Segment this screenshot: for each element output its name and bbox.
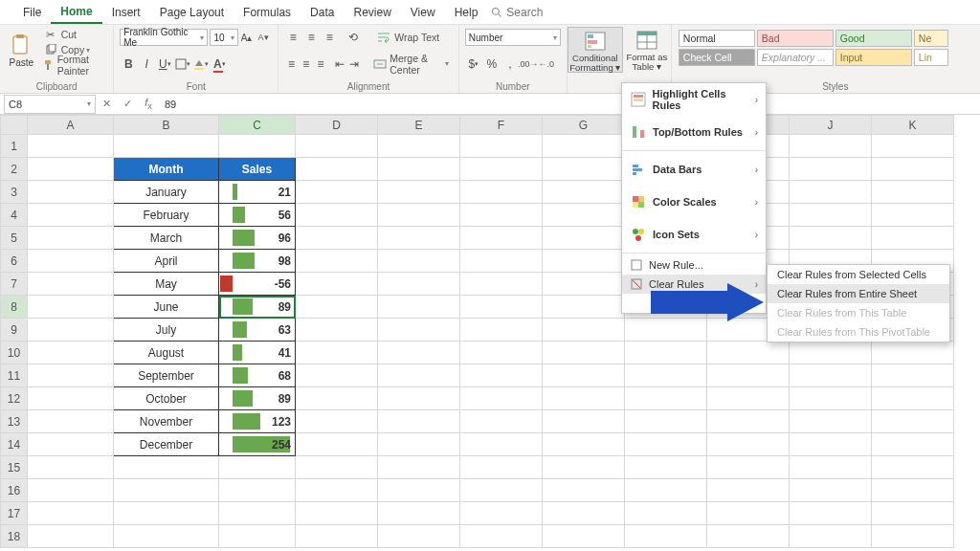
cell[interactable] — [707, 342, 790, 364]
cell[interactable] — [872, 135, 954, 158]
cell[interactable]: 68 — [219, 364, 296, 387]
cell[interactable] — [219, 479, 296, 502]
align-left-icon[interactable]: ≡ — [284, 55, 298, 73]
cell[interactable]: Sales — [219, 158, 296, 181]
clear-rules-selected-cells[interactable]: Clear Rules from Selected Cells — [768, 265, 949, 284]
cell[interactable] — [28, 364, 114, 387]
paste-button[interactable]: Paste — [6, 33, 37, 68]
cell[interactable] — [460, 273, 543, 296]
cell[interactable] — [790, 342, 872, 364]
cell[interactable] — [872, 387, 954, 410]
col-header[interactable]: J — [790, 116, 872, 135]
col-header[interactable]: D — [296, 116, 378, 135]
cell[interactable] — [378, 250, 460, 273]
row[interactable]: 2MonthSales — [1, 158, 954, 181]
align-center-icon[interactable]: ≡ — [300, 55, 313, 73]
name-box[interactable]: C8▾ — [4, 95, 96, 114]
cell[interactable] — [543, 250, 625, 273]
cell[interactable] — [460, 479, 543, 502]
col-header[interactable]: F — [460, 116, 543, 135]
cell[interactable] — [872, 181, 954, 204]
cell[interactable] — [625, 479, 707, 502]
row[interactable]: 14December254 — [1, 433, 954, 456]
row[interactable]: 10August41 — [1, 342, 954, 364]
style-check-cell[interactable]: Check Cell — [679, 49, 755, 66]
row[interactable]: 5March96 — [1, 227, 954, 250]
row[interactable]: 16 — [1, 479, 954, 502]
cell[interactable] — [378, 227, 460, 250]
cell[interactable] — [543, 479, 625, 502]
cell[interactable] — [28, 525, 114, 548]
cell[interactable] — [460, 525, 543, 548]
cell[interactable] — [114, 502, 219, 525]
align-middle-icon[interactable]: ≡ — [302, 29, 320, 46]
cell[interactable] — [378, 342, 460, 364]
cell[interactable] — [296, 456, 378, 479]
fx-icon[interactable]: fx — [138, 97, 159, 111]
cell[interactable] — [296, 502, 378, 525]
cell[interactable] — [707, 364, 790, 387]
cancel-formula-icon[interactable]: ✕ — [96, 98, 117, 110]
cell[interactable] — [872, 525, 954, 548]
cell[interactable] — [625, 433, 707, 456]
font-size-select[interactable]: 10▾ — [210, 29, 238, 46]
cell[interactable] — [296, 273, 378, 296]
cell[interactable] — [296, 433, 378, 456]
cell[interactable] — [872, 456, 954, 479]
style-input[interactable]: Input — [835, 49, 912, 66]
cell[interactable] — [296, 158, 378, 181]
tab-view[interactable]: View — [401, 2, 445, 23]
cell[interactable] — [625, 364, 707, 387]
cell[interactable] — [543, 387, 625, 410]
tab-formulas[interactable]: Formulas — [234, 2, 301, 23]
row[interactable]: 1 — [1, 135, 954, 158]
cell[interactable] — [28, 296, 114, 319]
tab-help[interactable]: Help — [445, 2, 488, 23]
row-header[interactable]: 6 — [1, 250, 28, 273]
cell[interactable] — [378, 181, 460, 204]
cell[interactable] — [460, 410, 543, 433]
cell[interactable] — [28, 250, 114, 273]
decrease-indent-icon[interactable]: ⇤ — [333, 55, 346, 73]
row-header[interactable]: 18 — [1, 525, 28, 548]
cell[interactable] — [872, 502, 954, 525]
clear-rules-entire-sheet[interactable]: Clear Rules from Entire Sheet — [768, 284, 949, 303]
cell[interactable] — [28, 502, 114, 525]
decrease-font-icon[interactable]: A▾ — [256, 29, 271, 46]
border-button[interactable]: ▾ — [174, 55, 191, 73]
row-header[interactable]: 8 — [1, 296, 28, 319]
orientation-icon[interactable]: ⟲ — [345, 29, 362, 46]
cell[interactable] — [790, 525, 872, 548]
cell[interactable] — [872, 433, 954, 456]
cell[interactable] — [296, 227, 378, 250]
cell[interactable] — [872, 342, 954, 364]
cell[interactable] — [28, 387, 114, 410]
cell[interactable] — [543, 456, 625, 479]
cell[interactable] — [625, 525, 707, 548]
style-linked[interactable]: Lin — [914, 49, 948, 66]
cell[interactable] — [543, 502, 625, 525]
col-header[interactable]: E — [378, 116, 460, 135]
cell[interactable] — [790, 387, 872, 410]
cell[interactable] — [790, 502, 872, 525]
enter-formula-icon[interactable]: ✓ — [117, 98, 138, 110]
cell[interactable]: December — [114, 433, 219, 456]
font-name-select[interactable]: Franklin Gothic Me▾ — [120, 29, 208, 46]
cell[interactable]: 41 — [219, 342, 296, 364]
cell[interactable] — [790, 456, 872, 479]
cell[interactable] — [114, 456, 219, 479]
cell[interactable] — [460, 227, 543, 250]
cell[interactable] — [543, 525, 625, 548]
col-header[interactable]: G — [543, 116, 625, 135]
cell[interactable] — [296, 342, 378, 364]
cell[interactable] — [707, 456, 790, 479]
cell[interactable] — [460, 250, 543, 273]
cell[interactable] — [378, 158, 460, 181]
cell[interactable] — [790, 410, 872, 433]
cell[interactable] — [707, 525, 790, 548]
cell[interactable] — [114, 525, 219, 548]
row-header[interactable]: 1 — [1, 135, 28, 158]
cell[interactable]: February — [114, 204, 219, 227]
formula-input[interactable]: 89 — [159, 99, 980, 110]
wrap-text-button[interactable]: Wrap Text — [372, 30, 443, 45]
